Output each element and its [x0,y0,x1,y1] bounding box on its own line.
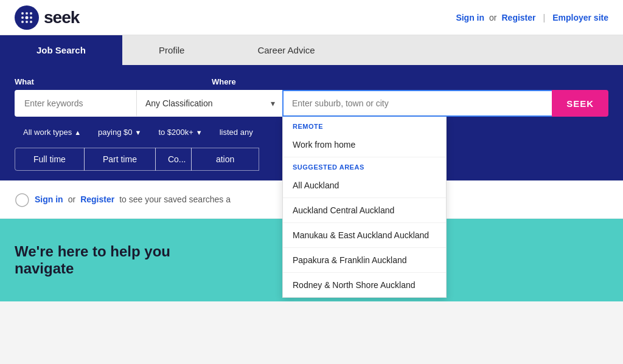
dropdown-item-work-from-home[interactable]: Work from home [283,132,446,157]
what-label: What [15,77,206,86]
seek-logo-icon [15,5,39,30]
where-wrapper: REMOTE Work from home SUGGESTED AREAS Al… [282,90,552,117]
where-dropdown: REMOTE Work from home SUGGESTED AREAS Al… [282,117,447,298]
svg-point-5 [26,16,29,19]
svg-point-3 [30,12,32,15]
search-area: What Where Any Classification REMOTE Wor… [0,65,623,180]
dropdown-item-rodney[interactable]: Rodney & North Shore Auckland [283,273,446,297]
filter-listed[interactable]: listed any [211,123,262,142]
promo-heading: We're here to help you navigate [15,243,228,277]
work-types-arrow: ▲ [74,129,81,136]
header-or-text: or [489,13,496,22]
svg-point-9 [30,21,32,23]
filter-listed-label: listed any [220,128,253,137]
tab-job-search[interactable]: Job Search [0,35,122,65]
suggested-section-label: SUGGESTED AREAS [283,157,446,173]
filter-to-label: to $200k+ [158,128,193,137]
svg-point-8 [26,21,28,23]
work-type-part-time[interactable]: Part time [84,148,156,171]
seek-search-button[interactable]: SEEK [552,90,608,117]
user-icon: ◯ [15,191,30,207]
svg-point-1 [21,12,24,15]
dropdown-item-manukau[interactable]: Manukau & East Auckland Auckland [283,223,446,248]
signin-bar-sign-in[interactable]: Sign in [35,194,63,204]
filter-work-types[interactable]: All work types ▲ [15,123,89,142]
tab-profile[interactable]: Profile [122,35,221,65]
filter-to[interactable]: to $200k+ ▼ [150,123,211,142]
dropdown-item-auckland-central[interactable]: Auckland Central Auckland [283,198,446,223]
header-right: Sign in or Register | Employer site [456,13,608,22]
svg-point-7 [21,21,24,23]
nav-tabs: Job Search Profile Career Advice [0,35,623,65]
signin-bar-or: or [68,194,75,204]
header-sign-in-link[interactable]: Sign in [456,13,484,22]
filter-paying-label: paying $0 [98,128,132,137]
filter-work-types-label: All work types [23,128,72,137]
to-arrow: ▼ [196,129,203,136]
remote-section-label: REMOTE [283,117,446,132]
classification-select[interactable]: Any Classification [136,90,282,117]
header-divider: | [543,13,546,22]
filter-paying[interactable]: paying $0 ▼ [89,123,150,142]
employer-site-link[interactable]: Employer site [552,13,608,22]
signin-bar-register[interactable]: Register [80,194,114,204]
keyword-input[interactable] [15,90,136,117]
where-label: Where [212,77,236,86]
tab-career-advice[interactable]: Career Advice [221,35,351,65]
search-labels: What Where [15,77,608,86]
svg-point-4 [21,16,24,19]
work-type-full-time[interactable]: Full time [15,148,85,171]
paying-arrow: ▼ [134,129,141,136]
svg-point-2 [26,12,28,15]
header-register-link[interactable]: Register [502,13,536,22]
logo-area: seek [15,5,79,30]
work-type-contract[interactable]: Co... [155,148,192,171]
svg-point-6 [30,16,32,19]
dropdown-item-all-auckland[interactable]: All Auckland [283,173,446,198]
work-type-ation[interactable]: ation [191,148,259,171]
search-inputs-row: Any Classification REMOTE Work from home… [15,90,608,117]
header: seek Sign in or Register | Employer site [0,0,623,35]
where-input[interactable] [282,90,552,117]
dropdown-item-papakura[interactable]: Papakura & Franklin Auckland [283,248,446,273]
classification-wrapper: Any Classification [136,90,282,117]
signin-bar-trailing: to see your saved searches a [119,194,231,204]
logo-text: seek [44,8,79,27]
